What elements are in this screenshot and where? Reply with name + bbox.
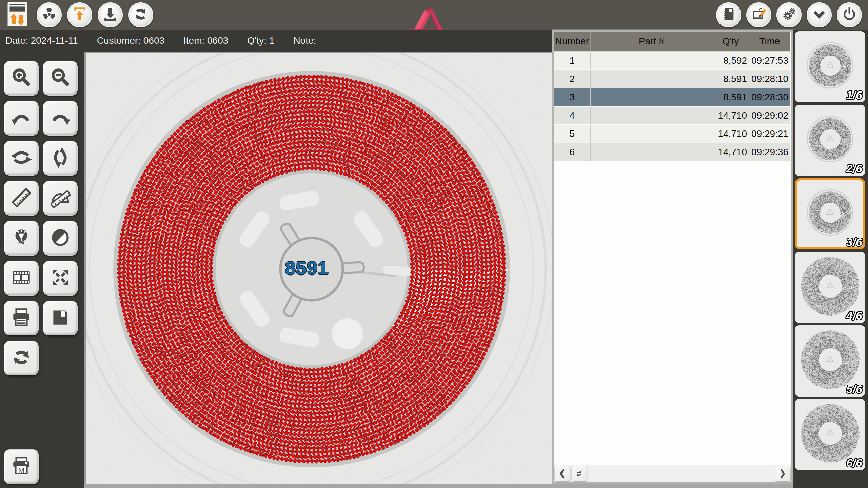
table-row[interactable]: 18,59209:27:53 — [554, 52, 790, 70]
flip-horizontal-button[interactable] — [4, 141, 39, 176]
contrast-icon — [49, 226, 72, 250]
table-row[interactable]: 414,71009:29:02 — [554, 106, 790, 125]
cell-part — [591, 143, 712, 161]
cell-part — [591, 52, 712, 70]
cell-number: 2 — [554, 70, 591, 88]
info-bar: Date: 2024-11-11 Customer: 0603 Item: 06… — [0, 30, 550, 52]
edit-button[interactable] — [746, 2, 771, 27]
swap-icon — [575, 468, 584, 480]
ruler-button[interactable] — [4, 181, 39, 216]
table-row[interactable]: 28,59109:28:10 — [554, 70, 790, 88]
fullscreen-icon — [49, 266, 72, 290]
results-table: Number Part # Q'ty Time 18,59209:27:5328… — [554, 32, 790, 162]
print-button[interactable] — [4, 301, 39, 336]
cell-number: 1 — [554, 52, 591, 70]
left-tool-sidebar: M — [0, 52, 84, 488]
chevron-down-icon — [811, 6, 827, 23]
thumbnail-panel: 1/62/63/64/65/66/6 — [793, 30, 868, 488]
radiation-icon — [41, 6, 57, 23]
cell-qty: 8,592 — [712, 52, 749, 70]
thumbnail-index-label: 1/6 — [846, 88, 862, 102]
table-row[interactable]: 514,71009:29:21 — [554, 125, 790, 143]
bottom-scroll-strip[interactable] — [84, 484, 793, 488]
contrast-button[interactable] — [43, 221, 78, 256]
rotate-left-button[interactable] — [4, 101, 39, 136]
pager-next-button[interactable] — [775, 466, 790, 481]
brightness-icon — [10, 226, 33, 250]
thumbnail-index-label: 5/6 — [846, 383, 862, 396]
pager-swap-button[interactable] — [571, 466, 587, 481]
chevron-left-icon — [561, 469, 564, 478]
power-button[interactable] — [837, 2, 862, 27]
save-button[interactable] — [43, 301, 78, 336]
gears-button[interactable] — [776, 2, 802, 27]
filmstrip-button[interactable] — [4, 261, 39, 296]
gears-icon — [781, 6, 797, 23]
reel-thumbnail-1[interactable]: 1/6 — [795, 31, 865, 102]
protractor-button[interactable] — [43, 181, 78, 216]
protractor-icon — [49, 186, 72, 210]
rotate-right-button[interactable] — [43, 101, 78, 136]
count-overlay: 8591 — [285, 257, 329, 279]
reel-thumbnail-2[interactable]: 2/6 — [795, 105, 865, 176]
qty-field: Q'ty: 1 — [247, 35, 274, 46]
radiation-button[interactable] — [37, 2, 62, 27]
note-field: Note: — [293, 35, 316, 46]
cell-time: 09:28:30 — [749, 88, 790, 106]
download-button[interactable] — [98, 2, 123, 27]
fullscreen-button[interactable] — [43, 261, 78, 296]
brand-triangle-logo — [398, 1, 453, 29]
refresh-icon — [10, 346, 33, 370]
thumbnail-index-label: 4/6 — [846, 309, 862, 322]
reel-thumbnail-5[interactable]: 5/6 — [795, 325, 865, 396]
reel-thumbnail-6[interactable]: 6/6 — [795, 399, 865, 470]
pager-prev-button[interactable] — [554, 466, 570, 481]
power-icon — [842, 6, 857, 23]
customer-field: Customer: 0603 — [97, 35, 164, 46]
xray-viewer[interactable]: 8591 — [84, 52, 552, 485]
ruler-icon — [10, 186, 33, 210]
upload-button[interactable] — [67, 2, 92, 27]
cell-time: 09:29:21 — [749, 125, 790, 143]
brightness-button[interactable] — [4, 221, 39, 256]
refresh-button[interactable] — [4, 341, 39, 375]
toolbar-right-group — [716, 2, 862, 27]
col-header-qty: Q'ty — [712, 32, 749, 52]
save-icon — [49, 306, 72, 330]
flip-vertical-button[interactable] — [43, 141, 78, 176]
zoom-in-icon — [10, 66, 33, 90]
toolbar-left-group — [3, 2, 153, 28]
notebook-button[interactable] — [716, 2, 741, 27]
table-row-selected[interactable]: 38,59109:28:30 — [554, 88, 790, 106]
machine-transfer-button[interactable] — [3, 2, 31, 28]
reel-thumbnail-4[interactable]: 4/6 — [795, 252, 865, 323]
cell-number: 6 — [554, 143, 591, 161]
reel-thumbnail-3-selected[interactable]: 3/6 — [795, 178, 865, 249]
table-pager — [554, 465, 791, 482]
chevron-down-button[interactable] — [807, 2, 832, 27]
cell-time: 09:29:36 — [749, 143, 790, 161]
recycle-button[interactable] — [128, 2, 153, 27]
mprint-slot: M — [4, 449, 39, 484]
cell-qty: 8,591 — [712, 88, 749, 106]
download-icon — [102, 6, 118, 23]
cell-time: 09:29:02 — [749, 106, 790, 125]
rotate-right-icon — [49, 106, 72, 130]
zoom-out-button[interactable] — [43, 61, 78, 96]
notebook-icon — [721, 6, 736, 23]
flip-horizontal-icon — [10, 146, 33, 170]
thumbnail-index-label: 2/6 — [846, 162, 862, 175]
edit-icon — [751, 6, 767, 23]
cell-part — [591, 106, 712, 125]
col-header-number: Number — [554, 32, 591, 52]
cell-qty: 8,591 — [712, 70, 749, 88]
m-print-button[interactable]: M — [4, 449, 39, 484]
table-row[interactable]: 614,71009:29:36 — [554, 143, 790, 161]
zoom-in-button[interactable] — [4, 61, 39, 96]
cell-part — [591, 88, 712, 106]
tool-grid — [4, 61, 78, 375]
machine-transfer-icon — [3, 1, 31, 28]
cell-qty: 14,710 — [712, 106, 749, 125]
zoom-out-icon — [49, 66, 72, 90]
cell-number: 5 — [554, 125, 591, 143]
